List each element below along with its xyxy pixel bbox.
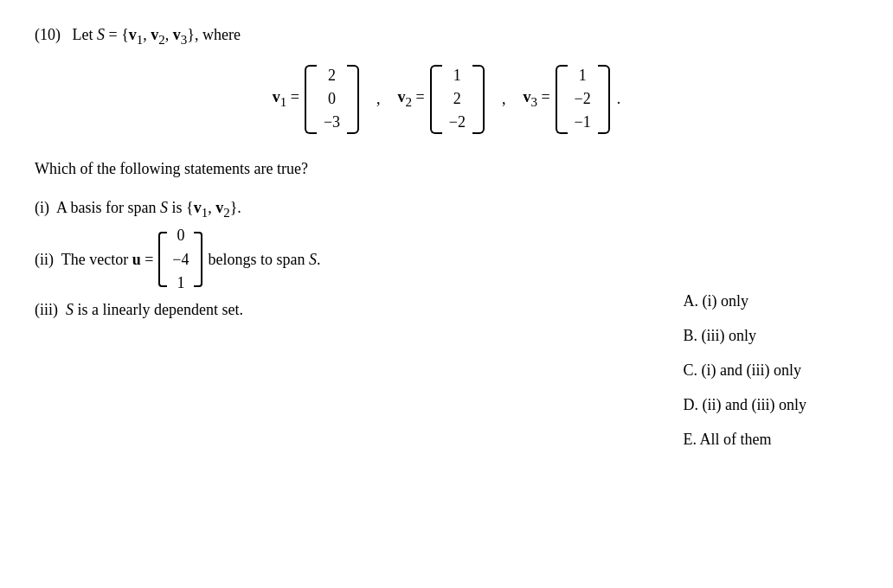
answer-c-text: (i) and (iii) only: [702, 361, 801, 379]
v1-brace-left: [305, 65, 317, 134]
v2-values: 1 2 −2: [442, 65, 472, 134]
v3-label-intro: v: [173, 26, 181, 43]
answer-d: D. (ii) and (iii) only: [684, 389, 806, 420]
v3-val2: −2: [575, 88, 591, 110]
answer-a-letter: A.: [684, 292, 699, 310]
statement-ii: (ii) The vector u = 0 −4 1 belongs to sp…: [35, 232, 858, 287]
answer-e-letter: E.: [684, 431, 697, 448]
v3-brace-left: [556, 65, 568, 134]
v1-val2: 0: [328, 88, 336, 110]
v3-val1: 1: [579, 65, 587, 86]
u-brace-right: [194, 232, 202, 287]
comma1: ,: [376, 90, 381, 108]
u-val3: 1: [177, 272, 184, 294]
v2-val2: 2: [453, 88, 461, 110]
answer-d-letter: D.: [684, 396, 699, 413]
vectors-display: v1 = 2 0 −3 , v2 = 1 2 −2: [35, 65, 858, 134]
v1-label-intro: v: [129, 26, 137, 43]
problem-intro: (10) Let S = {v1, v2, v3}, where: [35, 26, 858, 48]
answer-b-letter: B.: [684, 327, 698, 344]
answer-c: C. (i) and (iii) only: [684, 355, 806, 386]
answer-c-letter: C.: [684, 361, 698, 379]
statement-i: (i) A basis for span S is {v1, v2}.: [35, 192, 858, 226]
answer-e: E. All of them: [684, 424, 806, 455]
u-val2: −4: [172, 249, 189, 271]
v1-label: v1 =: [273, 88, 299, 110]
answer-b: B. (iii) only: [684, 320, 806, 351]
v3-matrix: 1 −2 −1: [556, 65, 610, 134]
answer-a-text: (i) only: [703, 292, 749, 310]
v2-expr: v2 = 1 2 −2: [398, 65, 485, 134]
comma2: ,: [502, 90, 506, 108]
u-val1: 0: [177, 225, 184, 246]
v2-val1: 1: [453, 65, 461, 86]
v2-brace-right: [472, 65, 485, 134]
u-brace-left: [158, 232, 167, 287]
stmt-ii-text2: belongs to span S.: [208, 244, 320, 275]
v1-val1: 2: [328, 65, 336, 86]
u-vector: 0 −4 1: [158, 232, 202, 287]
v1-matrix: 2 0 −3: [305, 65, 359, 134]
answer-b-text: (iii) only: [702, 327, 757, 344]
v3-val3: −1: [575, 112, 591, 133]
set-var: S: [97, 26, 105, 43]
v3-expr: v3 = 1 −2 −1 .: [523, 65, 620, 134]
stmt-ii-text: (ii) The vector u =: [35, 244, 153, 275]
v3-values: 1 −2 −1: [568, 65, 598, 134]
answer-d-text: (ii) and (iii) only: [703, 396, 806, 413]
v2-label: v2 =: [398, 88, 425, 110]
problem-number: (10): [35, 26, 61, 43]
answer-a: A. (i) only: [684, 285, 806, 316]
question-text: Which of the following statements are tr…: [35, 160, 858, 178]
answer-choices: A. (i) only B. (iii) only C. (i) and (ii…: [684, 282, 806, 458]
u-values: 0 −4 1: [167, 232, 194, 287]
v2-brace-left: [430, 65, 442, 134]
answer-e-text: All of them: [700, 431, 772, 448]
v2-label-intro: v: [151, 26, 158, 43]
v1-brace-right: [347, 65, 359, 134]
content-wrapper: (10) Let S = {v1, v2, v3}, where v1 = 2 …: [35, 26, 858, 527]
v2-matrix: 1 2 −2: [430, 65, 485, 134]
v2-val3: −2: [449, 112, 466, 133]
v1-values: 2 0 −3: [317, 65, 347, 134]
v3-brace-right: [598, 65, 610, 134]
period: .: [617, 90, 621, 108]
v1-expr: v1 = 2 0 −3: [273, 65, 359, 134]
v3-label: v3 =: [523, 88, 549, 110]
v1-val3: −3: [324, 112, 340, 133]
